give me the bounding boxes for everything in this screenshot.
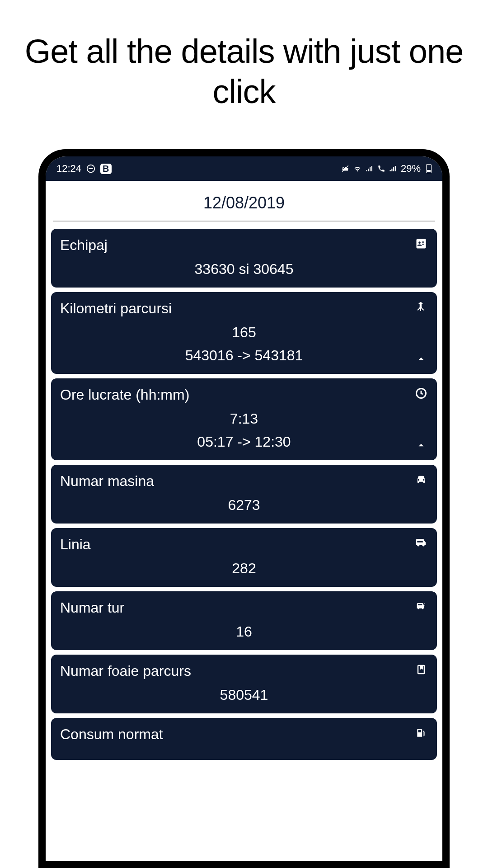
- card-title: Consum normat: [60, 726, 428, 743]
- phone-screen: 12:24 B: [46, 156, 442, 861]
- card-value: 7:13: [60, 410, 428, 427]
- card-echipaj[interactable]: Echipaj 33630 si 30645: [51, 229, 437, 288]
- signal2-icon: [389, 165, 397, 173]
- car-icon: [414, 473, 428, 486]
- card-title: Numar tur: [60, 599, 428, 616]
- route-icon: [414, 599, 428, 613]
- signal-icon: [366, 165, 374, 173]
- chevron-up-icon[interactable]: [414, 439, 428, 452]
- bus-icon: [414, 536, 428, 550]
- card-value: 165: [60, 324, 428, 341]
- card-numar-foaie[interactable]: Numar foaie parcurs 580541: [51, 655, 437, 713]
- card-kilometri[interactable]: Kilometri parcursi 165 543016 -> 543181: [51, 292, 437, 374]
- status-bar: 12:24 B: [46, 156, 442, 181]
- promo-text: Get all the details with just one click: [0, 0, 488, 112]
- status-bar-right: 29%: [341, 163, 432, 175]
- status-time: 12:24: [56, 163, 81, 175]
- card-ore-lucrate[interactable]: Ore lucrate (hh:mm) 7:13 05:17 -> 12:30: [51, 378, 437, 460]
- card-subvalue: 543016 -> 543181: [60, 347, 428, 364]
- card-numar-tur[interactable]: Numar tur 16: [51, 591, 437, 650]
- contacts-icon: [414, 237, 428, 250]
- card-title: Linia: [60, 536, 428, 553]
- vibrate-icon: [341, 165, 349, 173]
- merge-icon: [414, 300, 428, 314]
- card-value: 6273: [60, 497, 428, 514]
- card-linia[interactable]: Linia 282: [51, 528, 437, 587]
- card-value: 580541: [60, 687, 428, 703]
- card-title: Kilometri parcursi: [60, 300, 428, 317]
- bookmark-icon: [414, 663, 428, 676]
- app-content: 12/08/2019 Echipaj 33630 si 30645 Kilome…: [46, 181, 442, 770]
- phone-frame: 12:24 B: [38, 149, 450, 868]
- card-value: 16: [60, 623, 428, 640]
- chevron-up-icon[interactable]: [414, 352, 428, 366]
- clock-icon: [414, 387, 428, 400]
- battery-icon: [426, 164, 432, 173]
- wifi-icon: [353, 164, 362, 173]
- card-title: Numar foaie parcurs: [60, 663, 428, 679]
- card-value: 33630 si 30645: [60, 261, 428, 278]
- card-consum-normat[interactable]: Consum normat: [51, 718, 437, 760]
- card-title: Ore lucrate (hh:mm): [60, 387, 428, 403]
- card-value: 282: [60, 560, 428, 577]
- b-badge-icon: B: [100, 164, 111, 174]
- card-title: Echipaj: [60, 237, 428, 254]
- dnd-icon: [86, 164, 96, 174]
- call-icon: [377, 165, 385, 173]
- card-subvalue: 05:17 -> 12:30: [60, 434, 428, 450]
- date-header[interactable]: 12/08/2019: [53, 186, 435, 222]
- card-numar-masina[interactable]: Numar masina 6273: [51, 465, 437, 524]
- battery-percent: 29%: [401, 163, 421, 175]
- fuel-icon: [414, 726, 428, 740]
- status-bar-left: 12:24 B: [56, 163, 112, 175]
- card-title: Numar masina: [60, 473, 428, 490]
